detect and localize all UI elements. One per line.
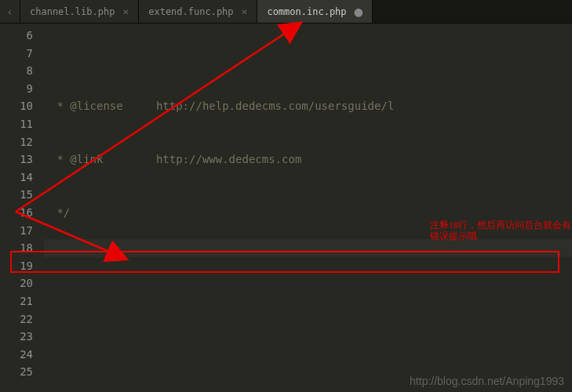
close-icon[interactable]: × [115, 5, 129, 17]
tab-channel-lib[interactable]: channel.lib.php × [20, 0, 139, 23]
close-icon[interactable]: × [234, 5, 248, 17]
line-number: 7 [0, 45, 33, 63]
line-number: 23 [0, 328, 33, 346]
line-number: 14 [0, 169, 33, 187]
code-text: */ [50, 206, 70, 219]
tab-label: channel.lib.php [30, 6, 115, 17]
line-number: 9 [0, 80, 33, 98]
code-text: @link [70, 153, 103, 165]
code-text [50, 310, 572, 328]
line-number: 19 [0, 257, 33, 275]
line-number: 13 [0, 151, 33, 169]
line-number: 11 [0, 115, 33, 133]
code-text: http://help.dedecms.com/usersguide/l [123, 100, 395, 112]
editor: 678910111213141516171819202122232425 * @… [0, 24, 572, 392]
code-text: * [50, 100, 70, 112]
dirty-icon: ● [347, 5, 363, 19]
tab-extend-func[interactable]: extend.func.php × [139, 0, 257, 23]
line-number: 21 [0, 292, 33, 310]
tab-common-inc[interactable]: common.inc.php ● [257, 0, 373, 23]
line-number: 12 [0, 133, 33, 151]
line-number: 24 [0, 346, 33, 364]
tab-bar: ‹ channel.lib.php × extend.func.php × co… [0, 0, 572, 24]
line-number: 18 [0, 239, 33, 257]
tab-label: common.inc.php [267, 6, 346, 17]
line-number: 20 [0, 274, 33, 292]
line-number: 22 [0, 310, 33, 328]
line-number: 8 [0, 62, 33, 80]
line-number: 25 [0, 363, 33, 381]
code-area[interactable]: * @license http://help.dedecms.com/users… [44, 24, 572, 392]
current-line-highlight [44, 239, 572, 257]
code-text: * [50, 153, 70, 165]
code-text: http://www.dedecms.com [103, 153, 301, 165]
code-text: @license [70, 100, 122, 112]
tab-scroll-left[interactable]: ‹ [0, 0, 20, 23]
line-number: 15 [0, 186, 33, 204]
line-gutter: 678910111213141516171819202122232425 [0, 24, 44, 392]
line-number: 10 [0, 97, 33, 115]
chevron-left-icon: ‹ [6, 5, 13, 18]
line-number: 17 [0, 222, 33, 240]
tab-label: extend.func.php [148, 6, 233, 17]
line-number: 6 [0, 27, 33, 45]
code-text [50, 363, 572, 381]
code-text [50, 257, 572, 275]
line-number: 16 [0, 204, 33, 222]
